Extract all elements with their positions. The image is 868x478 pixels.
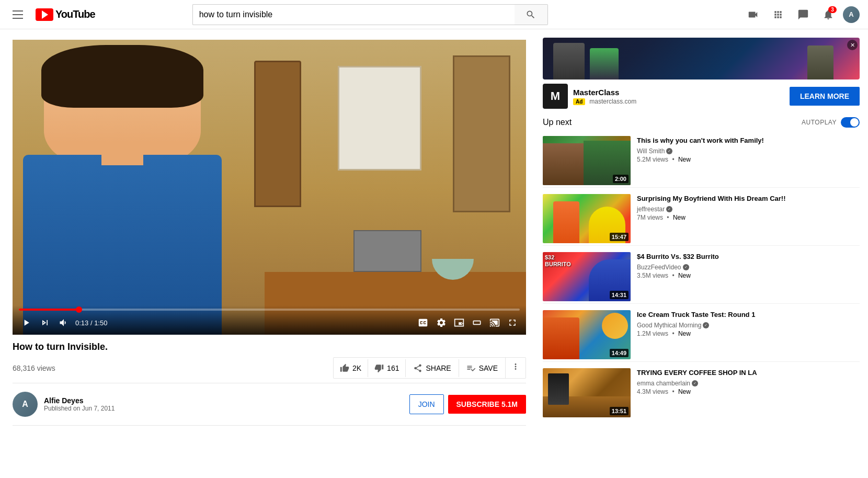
ad-close-button[interactable]: ✕ bbox=[847, 40, 858, 50]
video-card[interactable]: 14:49 Ice Cream Truck Taste Test: Round … bbox=[543, 308, 860, 362]
like-count: 2K bbox=[352, 364, 361, 372]
view-count: 68,316 views bbox=[13, 364, 55, 372]
mute-button[interactable] bbox=[56, 315, 71, 330]
like-button[interactable]: 2K bbox=[334, 359, 368, 377]
dislike-count: 161 bbox=[387, 364, 399, 372]
video-card-info-1: Surprising My Boyfriend With His Dream C… bbox=[635, 194, 860, 243]
video-card-title-0: This is why you can't work with Family! bbox=[637, 136, 858, 145]
thumbs-up-icon bbox=[340, 363, 349, 373]
subscribe-button[interactable]: SUBSCRIBE 5.1M bbox=[448, 395, 526, 414]
video-card-info: This is why you can't work with Family! … bbox=[635, 136, 860, 185]
ad-url-row: Ad masterclass.com bbox=[573, 97, 784, 105]
video-card[interactable]: 13:51 TRYING EVERY COFFEE SHOP IN LA emm… bbox=[543, 366, 860, 419]
play-button[interactable] bbox=[19, 315, 33, 330]
more-button[interactable] bbox=[505, 358, 526, 378]
fullscreen-button[interactable] bbox=[505, 315, 520, 330]
video-card-title-2: $4 Burrito Vs. $32 Burrito bbox=[637, 252, 858, 261]
progress-fill bbox=[19, 309, 79, 311]
save-button[interactable]: SAVE bbox=[459, 359, 505, 377]
join-button[interactable]: JOIN bbox=[409, 394, 444, 414]
ad-text: MasterClass Ad masterclass.com bbox=[573, 88, 784, 105]
video-card-meta-0: 5.2M views • New bbox=[637, 156, 858, 163]
hamburger-menu-button[interactable] bbox=[8, 6, 27, 23]
video-title: How to turn Invisible. bbox=[13, 341, 526, 353]
more-icon bbox=[511, 362, 520, 371]
video-card-meta-4: 4.3M views • New bbox=[637, 388, 858, 395]
video-card-meta-1: 7M views • New bbox=[637, 214, 858, 221]
channel-info: Alfie Deyes Published on Jun 7, 2011 bbox=[44, 396, 409, 412]
save-label: SAVE bbox=[479, 364, 498, 372]
chat-button[interactable] bbox=[793, 4, 814, 25]
video-card[interactable]: $32BURRITO 14:31 $4 Burrito Vs. $32 Burr… bbox=[543, 250, 860, 304]
skip-next-icon bbox=[40, 317, 50, 328]
logo[interactable]: YouTube bbox=[36, 8, 95, 21]
fullscreen-icon bbox=[507, 317, 518, 328]
thumb-duration-4: 13:51 bbox=[610, 407, 629, 415]
cast-button[interactable] bbox=[487, 315, 502, 330]
video-card-channel-1: jeffreestar ✓ bbox=[637, 206, 858, 213]
volume-icon bbox=[59, 317, 69, 328]
notification-badge: 3 bbox=[828, 6, 837, 13]
notifications-button[interactable]: 3 bbox=[818, 4, 839, 25]
cc-icon bbox=[417, 317, 429, 328]
video-camera-icon bbox=[747, 9, 759, 20]
share-button[interactable]: SHARE bbox=[406, 359, 459, 377]
grid-icon bbox=[773, 9, 783, 20]
miniplayer-button[interactable] bbox=[452, 315, 466, 330]
youtube-logo-icon bbox=[36, 8, 53, 21]
ad-badge: Ad bbox=[573, 98, 585, 105]
video-card-info-3: Ice Cream Truck Taste Test: Round 1 Good… bbox=[635, 310, 860, 359]
header-left: YouTube bbox=[8, 6, 95, 23]
next-button[interactable] bbox=[38, 315, 52, 330]
verified-icon-4: ✓ bbox=[692, 380, 698, 386]
time-display: 0:13 / 1:50 bbox=[75, 319, 107, 327]
controls-row: 0:13 / 1:50 bbox=[19, 315, 520, 331]
ad-info-row: M MasterClass Ad masterclass.com LEARN M… bbox=[543, 84, 860, 109]
video-card[interactable]: 15:47 Surprising My Boyfriend With His D… bbox=[543, 192, 860, 246]
channel-name[interactable]: Alfie Deyes bbox=[44, 396, 409, 405]
video-card-thumbnail: 2:00 bbox=[543, 136, 631, 185]
video-section: 0:13 / 1:50 bbox=[0, 29, 539, 426]
video-info: How to turn Invisible. 68,316 views 2K 1… bbox=[13, 341, 526, 426]
video-player[interactable]: 0:13 / 1:50 bbox=[13, 40, 526, 335]
video-card-channel-3: Good Mythical Morning ✓ bbox=[637, 322, 858, 329]
video-card-info-4: TRYING EVERY COFFEE SHOP IN LA emma cham… bbox=[635, 368, 860, 417]
autoplay-toggle-dot bbox=[850, 118, 859, 127]
ad-name-row: MasterClass bbox=[573, 88, 784, 97]
video-card-meta-3: 1.2M views • New bbox=[637, 330, 858, 337]
autoplay-toggle[interactable] bbox=[841, 117, 860, 128]
verified-icon-2: ✓ bbox=[683, 264, 689, 270]
video-card-info-2: $4 Burrito Vs. $32 Burrito BuzzFeedVideo… bbox=[635, 252, 860, 301]
video-card-thumbnail-3: 14:49 bbox=[543, 310, 631, 359]
verified-icon-1: ✓ bbox=[666, 206, 672, 212]
thumb-duration-1: 15:47 bbox=[610, 233, 629, 241]
video-card-meta-2: 3.5M views • New bbox=[637, 272, 858, 279]
up-next-label: Up next bbox=[543, 118, 802, 127]
search-input[interactable] bbox=[192, 4, 515, 25]
video-card[interactable]: 2:00 This is why you can't work with Fam… bbox=[543, 134, 860, 188]
channel-published: Published on Jun 7, 2011 bbox=[44, 405, 409, 412]
action-buttons: 2K 161 SHARE SAVE bbox=[333, 357, 526, 379]
video-card-channel-2: BuzzFeedVideo ✓ bbox=[637, 264, 858, 271]
video-controls: 0:13 / 1:50 bbox=[13, 305, 526, 335]
ad-banner: ✕ bbox=[543, 38, 860, 79]
main-layout: 0:13 / 1:50 bbox=[0, 29, 868, 426]
create-video-button[interactable] bbox=[743, 4, 763, 25]
thumb-duration-3: 14:49 bbox=[610, 349, 629, 357]
video-card-channel-4: emma chamberlain ✓ bbox=[637, 380, 858, 387]
theater-icon bbox=[472, 317, 482, 328]
dislike-button[interactable]: 161 bbox=[368, 359, 406, 377]
video-scene bbox=[13, 40, 526, 335]
header: YouTube 3 A bbox=[0, 0, 868, 29]
progress-bar[interactable] bbox=[19, 309, 520, 311]
settings-button[interactable] bbox=[434, 315, 449, 330]
search-button[interactable] bbox=[515, 4, 548, 25]
miniplayer-icon bbox=[454, 317, 464, 328]
learn-more-button[interactable]: LEARN MORE bbox=[790, 87, 860, 106]
cc-button[interactable] bbox=[415, 315, 431, 331]
theater-button[interactable] bbox=[470, 315, 484, 330]
verified-icon-3: ✓ bbox=[703, 322, 709, 328]
avatar[interactable]: A bbox=[843, 6, 860, 23]
channel-avatar[interactable]: A bbox=[13, 392, 38, 417]
apps-button[interactable] bbox=[768, 4, 789, 25]
